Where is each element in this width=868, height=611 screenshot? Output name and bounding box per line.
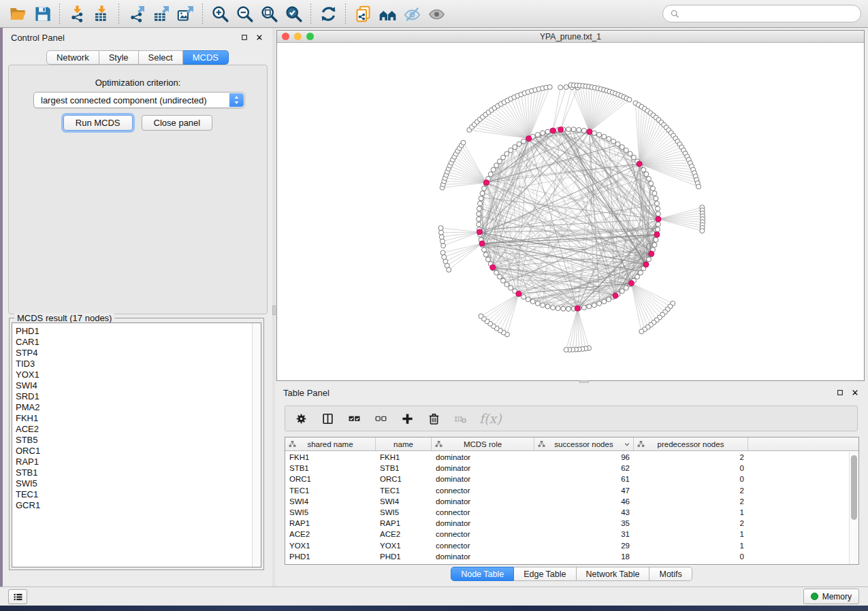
column-view-button[interactable]	[320, 411, 335, 426]
run-mcds-button[interactable]: Run MCDS	[63, 115, 133, 131]
network-node[interactable]	[461, 140, 466, 145]
network-node[interactable]	[497, 274, 502, 279]
network-node[interactable]	[652, 242, 657, 247]
network-node[interactable]	[652, 191, 657, 196]
network-node[interactable]	[501, 278, 506, 283]
mcds-result-item[interactable]: TEC1	[16, 489, 250, 500]
network-node[interactable]	[628, 152, 632, 156]
network-node[interactable]	[611, 139, 616, 144]
network-node[interactable]	[477, 217, 481, 222]
export-table-button[interactable]	[148, 2, 173, 25]
network-node[interactable]	[535, 133, 540, 137]
deselect-all-button[interactable]	[373, 411, 388, 426]
column-header-predecessor-nodes[interactable]: predecessor nodes	[634, 437, 748, 450]
dominator-node[interactable]	[628, 280, 634, 286]
network-node[interactable]	[438, 226, 443, 231]
dominator-node[interactable]	[649, 251, 654, 257]
network-node[interactable]	[632, 155, 637, 160]
network-node[interactable]	[504, 152, 509, 156]
network-node[interactable]	[641, 167, 646, 172]
network-node[interactable]	[491, 167, 496, 172]
network-node[interactable]	[696, 184, 701, 189]
mcds-result-item[interactable]: CAR1	[16, 337, 250, 348]
zoom-out-button[interactable]	[232, 2, 257, 25]
tab-network[interactable]: Network	[46, 50, 99, 65]
float-panel-button[interactable]	[240, 33, 249, 42]
dominator-node[interactable]	[637, 161, 642, 167]
table-scrollbar-thumb[interactable]	[851, 455, 857, 520]
dominator-node[interactable]	[490, 265, 496, 270]
column-header-name[interactable]: name	[376, 437, 432, 450]
network-node[interactable]	[597, 301, 602, 306]
network-node[interactable]	[441, 244, 446, 248]
table-row[interactable]: SWI4SWI4dominator462	[285, 496, 849, 507]
mcds-result-item[interactable]: SRD1	[16, 391, 250, 402]
tab-mcds[interactable]: MCDS	[183, 50, 229, 65]
network-node[interactable]	[482, 248, 487, 252]
network-node[interactable]	[700, 229, 705, 233]
mcds-result-item[interactable]: PMA2	[16, 402, 250, 413]
dominator-node[interactable]	[550, 128, 556, 133]
network-node[interactable]	[597, 133, 602, 137]
table-row[interactable]: FKH1FKH1dominator962	[285, 452, 849, 463]
network-node[interactable]	[656, 206, 660, 211]
network-node[interactable]	[480, 191, 485, 196]
network-node[interactable]	[501, 155, 506, 160]
zoom-selected-button[interactable]	[281, 2, 306, 25]
column-header-shared-name[interactable]: shared name	[285, 437, 376, 450]
network-node[interactable]	[541, 131, 545, 135]
hide-selected-button[interactable]	[400, 2, 424, 25]
save-session-button[interactable]	[30, 2, 54, 25]
mcds-result-item[interactable]: RAP1	[16, 457, 250, 467]
network-node[interactable]	[654, 196, 658, 201]
dominator-node[interactable]	[575, 306, 580, 311]
network-node[interactable]	[638, 270, 643, 275]
mcds-result-item[interactable]: PHD1	[16, 326, 250, 337]
network-node[interactable]	[477, 212, 481, 216]
network-node[interactable]	[592, 303, 596, 308]
tab-edge-table[interactable]: Edge Table	[514, 567, 576, 581]
table-row[interactable]: ACE2ACE2connector311	[285, 529, 849, 540]
network-node[interactable]	[440, 239, 445, 244]
network-node[interactable]	[479, 314, 483, 318]
network-node[interactable]	[607, 137, 611, 142]
dominator-node[interactable]	[477, 229, 482, 235]
network-node[interactable]	[635, 274, 640, 279]
network-node[interactable]	[547, 84, 552, 89]
network-node[interactable]	[624, 286, 628, 291]
dominator-node[interactable]	[526, 136, 532, 142]
network-node[interactable]	[530, 299, 535, 304]
network-node[interactable]	[561, 306, 566, 311]
mcds-list-scrollbar[interactable]	[252, 323, 261, 567]
mcds-result-item[interactable]: ACE2	[16, 424, 250, 435]
dominator-node[interactable]	[516, 291, 521, 297]
close-panel-button[interactable]	[255, 33, 264, 42]
network-canvas[interactable]	[277, 43, 864, 380]
network-node[interactable]	[656, 227, 660, 232]
network-node[interactable]	[627, 97, 632, 102]
network-node[interactable]	[486, 257, 491, 262]
table-row[interactable]: ORC1ORC1dominator610	[285, 474, 849, 484]
network-node[interactable]	[647, 257, 652, 262]
splitter-handle[interactable]	[272, 306, 276, 315]
mcds-result-item[interactable]: TID3	[16, 359, 250, 369]
memory-button[interactable]: Memory	[803, 589, 859, 604]
network-node[interactable]	[566, 127, 571, 132]
open-file-button[interactable]	[5, 2, 30, 25]
dominator-node[interactable]	[483, 180, 489, 185]
export-image-button[interactable]	[173, 2, 197, 25]
network-node[interactable]	[654, 237, 658, 242]
network-node[interactable]	[556, 306, 560, 311]
network-node[interactable]	[592, 131, 596, 135]
dominator-node[interactable]	[643, 262, 649, 267]
dominator-node[interactable]	[587, 129, 592, 135]
dominator-node[interactable]	[613, 293, 618, 299]
network-node[interactable]	[494, 163, 499, 168]
network-node[interactable]	[483, 252, 488, 257]
network-node[interactable]	[651, 186, 656, 191]
add-button[interactable]	[400, 411, 415, 426]
mcds-result-item[interactable]: STB5	[16, 435, 250, 446]
network-node[interactable]	[521, 295, 526, 299]
network-node[interactable]	[479, 196, 483, 201]
search-box[interactable]	[662, 5, 861, 22]
